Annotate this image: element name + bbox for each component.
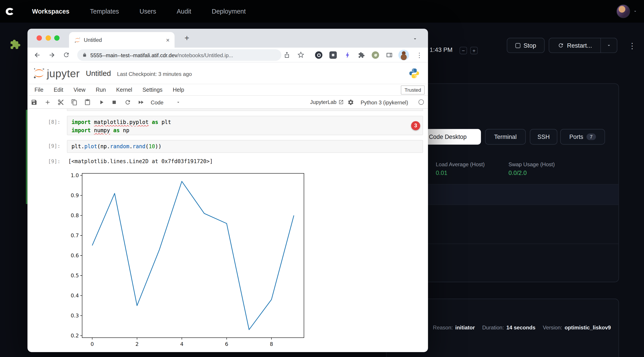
menu-kernel[interactable]: Kernel (116, 86, 132, 93)
run-cell-button[interactable] (98, 99, 105, 106)
url-text: 5555--main--test--matifali.atif.cdr.dev/… (90, 52, 233, 58)
notebook-area: [8]: import matplotlib.pyplot as pltimpo… (28, 109, 428, 352)
primary-nav: Workspaces Templates Users Audit Deploym… (32, 8, 246, 15)
nav-templates[interactable]: Templates (90, 8, 119, 15)
bookmark-button[interactable] (297, 52, 304, 59)
back-button[interactable] (34, 52, 41, 59)
close-window-button[interactable] (36, 35, 42, 40)
new-tab-button[interactable]: + (181, 32, 193, 44)
share-button[interactable] (283, 52, 290, 59)
restart-options-button[interactable] (601, 38, 617, 53)
svg-text:0.4: 0.4 (71, 293, 79, 298)
workspace-kebab-menu[interactable]: ⋮ (626, 40, 638, 52)
reload-icon (62, 52, 70, 58)
input-prompt: [9]: (39, 143, 60, 149)
maximize-window-button[interactable] (54, 35, 60, 40)
menu-help[interactable]: Help (173, 86, 184, 93)
nav-users[interactable]: Users (140, 8, 156, 15)
user-avatar[interactable] (616, 4, 630, 18)
menu-edit[interactable]: Edit (54, 86, 63, 93)
bolt-extension-icon[interactable] (344, 52, 351, 59)
share-icon (283, 52, 290, 58)
interrupt-kernel-button[interactable] (111, 99, 118, 106)
ports-button[interactable]: Ports 7 (560, 129, 605, 145)
back-arrow-icon (34, 52, 41, 59)
gear-icon (347, 99, 354, 106)
kernel-name[interactable]: Python 3 (ipykernel) (360, 100, 408, 106)
stat-value: 0.0/2.0 (508, 170, 555, 176)
nav-workspaces[interactable]: Workspaces (32, 8, 70, 15)
stop-icon (111, 99, 118, 106)
matplotlib-figure: 0.20.30.40.50.60.70.80.91.002468 (66, 170, 312, 352)
minimize-window-button[interactable] (46, 35, 51, 40)
reload-button[interactable] (62, 52, 70, 59)
svg-text:2: 2 (135, 341, 139, 347)
input-prompt: [8]: (39, 119, 60, 125)
terminal-button[interactable]: Terminal (485, 129, 526, 145)
coder-logo-icon[interactable] (4, 6, 16, 17)
external-link-icon (338, 100, 344, 105)
tab-strip: Untitled × + (28, 29, 428, 48)
svg-text:0.7: 0.7 (71, 232, 79, 238)
puzzle-icon (9, 38, 21, 50)
zoom-out-button[interactable]: − (460, 47, 467, 54)
lock-icon (82, 52, 87, 58)
jupyter-wordmark: jupyter (47, 68, 80, 80)
fast-forward-icon (138, 99, 144, 106)
open-jupyterlab-link[interactable]: JupyterLab (310, 99, 344, 105)
tab-close-icon[interactable]: × (166, 37, 170, 43)
address-bar[interactable]: 5555--main--test--matifali.atif.cdr.dev/… (77, 49, 281, 61)
build-meta: Reason: initiator Duration: 14 seconds V… (433, 324, 611, 331)
extension-leaf-icon[interactable] (372, 52, 379, 59)
menu-run[interactable]: Run (96, 86, 106, 93)
restart-button[interactable]: Restart... (549, 38, 601, 53)
restart-run-all-button[interactable] (138, 99, 144, 106)
cell-type-dropdown[interactable]: Code (151, 98, 181, 106)
gear-button[interactable] (347, 99, 354, 106)
menu-file[interactable]: File (34, 86, 44, 93)
svg-text:0.3: 0.3 (71, 313, 79, 318)
code-cell-9[interactable]: plt.plot(np.random.rand(10)) (67, 140, 423, 153)
stat-value: 0.01 (436, 170, 485, 176)
trusted-button[interactable]: Trusted (401, 86, 425, 94)
extension-square-icon[interactable] (329, 52, 337, 59)
extensions-puzzle-icon[interactable] (358, 52, 365, 59)
restart-split-button: Restart... (549, 38, 617, 53)
menu-settings[interactable]: Settings (142, 86, 162, 93)
restart-kernel-button[interactable] (124, 99, 131, 106)
browser-tab[interactable]: Untitled × (69, 32, 174, 48)
star-icon (297, 52, 304, 58)
ssh-button[interactable]: SSH (530, 129, 558, 145)
side-panel-icon[interactable] (386, 52, 393, 59)
meta-version: Version: optimistic_liskov9 (543, 324, 611, 331)
jupyter-toolbar: Code JupyterLab Python 3 (ipykernel) (28, 96, 428, 109)
browser-menu-kebab[interactable]: ⋮ (415, 51, 424, 59)
account-menu[interactable] (616, 4, 637, 18)
chevron-down-icon (176, 100, 181, 104)
notebook-title[interactable]: Untitled (86, 70, 111, 78)
paste-icon (84, 99, 91, 106)
menu-view[interactable]: View (74, 86, 86, 93)
copy-cell-button[interactable] (71, 99, 78, 106)
browser-profile-avatar[interactable] (398, 50, 409, 60)
forward-button[interactable] (48, 52, 56, 59)
cut-cell-button[interactable] (58, 99, 64, 106)
svg-text:1.0: 1.0 (71, 172, 79, 178)
nav-deployment[interactable]: Deployment (212, 8, 246, 15)
svg-text:0.9: 0.9 (71, 192, 79, 198)
paste-cell-button[interactable] (84, 99, 91, 106)
screen: Workspaces Templates Users Audit Deploym… (0, 0, 644, 357)
tab-search-chevron-icon[interactable] (412, 36, 418, 43)
svg-text:0.8: 0.8 (71, 212, 79, 218)
nav-audit[interactable]: Audit (177, 8, 191, 15)
stop-button[interactable]: Stop (507, 38, 545, 53)
zoom-in-button[interactable]: + (470, 47, 478, 54)
active-cell-indicator (26, 110, 27, 204)
add-cell-button[interactable] (44, 99, 51, 106)
code-cell-8[interactable]: import matplotlib.pyplot as pltimport nu… (67, 116, 423, 135)
browser-window: Untitled × + 5555--main--test--matifali.… (28, 29, 428, 352)
copy-icon (71, 99, 78, 106)
save-button[interactable] (31, 99, 38, 106)
extension-ring-icon[interactable] (315, 52, 322, 59)
jupyter-logo-icon (33, 67, 45, 79)
